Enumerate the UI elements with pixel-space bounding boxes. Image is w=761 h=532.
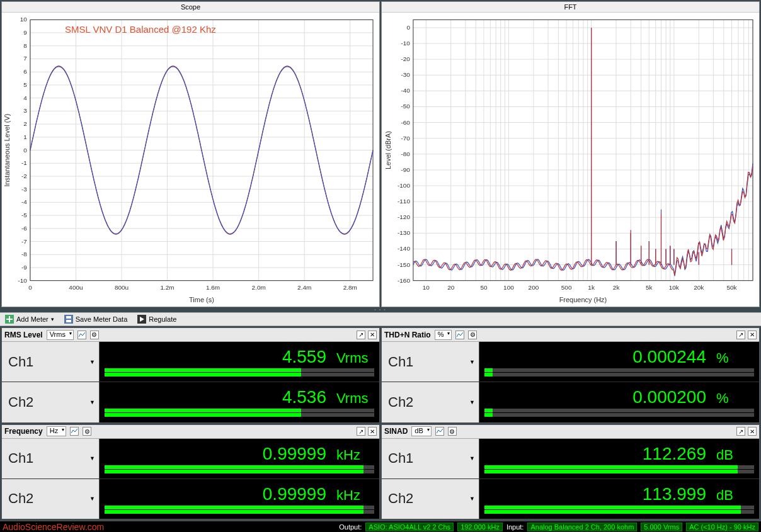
graph-icon[interactable] (70, 427, 79, 436)
svg-text:-3: -3 (21, 186, 27, 193)
thdn-ch2-row: Ch2 ▼ 0.000200 % (382, 382, 759, 422)
thdn-meter-header: THD+N Ratio % ⚙ ↗ ✕ (382, 328, 759, 342)
freq-ch1-row: Ch1 ▼ 0.99999 kHz (2, 439, 379, 479)
freq-ch2-bar1 (105, 506, 374, 509)
svg-text:-160: -160 (398, 277, 410, 284)
svg-text:-120: -120 (398, 213, 410, 220)
svg-text:5: 5 (23, 81, 27, 88)
gear-icon[interactable]: ⚙ (90, 331, 99, 339)
popout-icon[interactable]: ↗ (357, 427, 365, 436)
freq-unit-select[interactable]: Hz (47, 426, 66, 436)
svg-text:-6: -6 (21, 225, 27, 232)
save-icon (64, 315, 73, 324)
close-icon[interactable]: ✕ (748, 331, 757, 339)
graph-icon[interactable] (77, 331, 86, 339)
gear-icon[interactable]: ⚙ (448, 427, 457, 436)
rms-ch2-display: 4.536 Vrms (100, 382, 379, 422)
save-meter-button[interactable]: Save Meter Data (62, 315, 130, 324)
chevron-down-icon[interactable]: ▼ (469, 495, 475, 502)
output-device-chip[interactable]: ASIO: ASIO4ALL v2 2 Chs (365, 523, 454, 531)
svg-text:-9: -9 (21, 264, 27, 271)
scope-body[interactable]: SMSL VNV D1 Balanced @192 Khz -10-9-8-7-… (2, 13, 379, 307)
sinad-ch2-row: Ch2 ▼ 113.999 dB (382, 479, 759, 519)
thdn-unit-select[interactable]: % (435, 330, 452, 340)
popout-icon[interactable]: ↗ (736, 331, 745, 339)
popout-icon[interactable]: ↗ (736, 427, 745, 436)
close-icon[interactable]: ✕ (748, 427, 757, 436)
sinad-ch1-label-box: Ch1 ▼ (382, 439, 479, 478)
graph-icon[interactable] (455, 331, 464, 339)
chevron-down-icon[interactable]: ▼ (469, 455, 475, 461)
fft-title: FFT (382, 2, 759, 13)
add-meter-label: Add Meter (16, 315, 49, 323)
graph-icon[interactable] (435, 427, 444, 436)
rms-meter-name: RMS Level (4, 331, 43, 339)
rms-ch1-label-box: Ch1 ▼ (2, 342, 100, 382)
svg-text:0: 0 (406, 24, 410, 31)
input-device-chip[interactable]: Analog Balanced 2 Ch, 200 kohm (527, 523, 637, 531)
chevron-down-icon[interactable]: ▼ (89, 359, 95, 365)
svg-text:Level (dBrA): Level (dBrA) (384, 131, 392, 169)
rms-ch2-unit: Vrms (336, 390, 374, 407)
regulate-label: Regulate (149, 315, 176, 323)
svg-text:4: 4 (23, 94, 27, 101)
svg-text:-20: -20 (401, 55, 411, 62)
thdn-ch2-unit: % (716, 390, 754, 407)
thdn-meter-panel: THD+N Ratio % ⚙ ↗ ✕ Ch1 ▼ 0.000244 (381, 327, 760, 423)
close-icon[interactable]: ✕ (368, 331, 377, 339)
thdn-meter-name: THD+N Ratio (384, 331, 431, 339)
thdn-meter-body: Ch1 ▼ 0.000244 % (382, 342, 759, 422)
gear-icon[interactable]: ⚙ (83, 427, 91, 436)
thdn-ch2-bar1 (484, 409, 754, 412)
rms-unit-select[interactable]: Vrms (47, 330, 74, 340)
sinad-ch2-value: 113.999 (643, 484, 706, 504)
chevron-down-icon[interactable]: ▼ (469, 399, 475, 405)
svg-text:800u: 800u (115, 284, 129, 291)
chevron-down-icon[interactable]: ▼ (89, 399, 95, 405)
sinad-ch2-display: 113.999 dB (479, 479, 759, 519)
svg-text:2.8m: 2.8m (343, 284, 357, 291)
freq-ch1-bar1 (105, 465, 374, 469)
freq-meter-header: Frequency Hz ⚙ ↗ ✕ (2, 425, 379, 439)
add-meter-button[interactable]: Add Meter ▾ (3, 315, 57, 324)
input-bw-chip[interactable]: AC (<10 Hz) - 90 kHz (686, 523, 758, 531)
freq-ch1-display: 0.99999 kHz (100, 439, 379, 478)
scope-svg: -10-9-8-7-6-5-4-3-2-10123456789100400u80… (2, 13, 379, 307)
output-label: Output: (339, 523, 362, 531)
plus-icon (5, 315, 14, 324)
sinad-ch1-bar2 (484, 470, 754, 473)
svg-text:-140: -140 (398, 245, 410, 252)
rms-ch1-bar1 (105, 368, 374, 372)
fft-body[interactable]: -160-150-140-130-120-110-100-90-80-70-60… (382, 13, 759, 307)
svg-text:0: 0 (28, 284, 32, 291)
freq-meter-panel: Frequency Hz ⚙ ↗ ✕ Ch1 ▼ 0.99999 (1, 424, 380, 520)
rms-ch1-bar2 (105, 373, 374, 376)
svg-text:-30: -30 (401, 71, 411, 78)
thdn-ch2-value: 0.000200 (632, 387, 706, 407)
close-icon[interactable]: ✕ (368, 427, 377, 436)
gear-icon[interactable]: ⚙ (468, 331, 477, 339)
svg-text:-80: -80 (401, 150, 411, 157)
rms-ch2-bar2 (105, 413, 374, 417)
sample-rate-chip[interactable]: 192.000 kHz (457, 523, 503, 531)
thdn-ch1-label-box: Ch1 ▼ (382, 342, 479, 382)
app-root: Scope SMSL VNV D1 Balanced @192 Khz -10-… (0, 0, 761, 532)
freq-meter-name: Frequency (4, 427, 43, 436)
svg-text:400u: 400u (69, 284, 83, 291)
svg-text:-100: -100 (398, 182, 410, 189)
rms-ch1-display: 4.559 Vrms (100, 342, 379, 382)
svg-text:Time (s): Time (s) (189, 296, 214, 303)
chevron-down-icon[interactable]: ▼ (89, 455, 95, 461)
rms-meter-body: Ch1 ▼ 4.559 Vrms (2, 342, 379, 422)
sinad-unit-select[interactable]: dB (411, 426, 431, 436)
svg-rect-175 (66, 320, 71, 322)
freq-ch2-label-box: Ch2 ▼ (2, 479, 100, 519)
popout-icon[interactable]: ↗ (357, 331, 365, 339)
chevron-down-icon[interactable]: ▼ (89, 495, 95, 502)
input-level-chip[interactable]: 5.000 Vrms (641, 523, 682, 531)
chevron-down-icon[interactable]: ▼ (469, 359, 475, 365)
regulate-button[interactable]: Regulate (135, 315, 179, 324)
meters-toolbar: Add Meter ▾ Save Meter Data Regulate (0, 312, 761, 326)
freq-ch2-display: 0.99999 kHz (100, 479, 379, 519)
svg-text:-10: -10 (18, 277, 28, 284)
